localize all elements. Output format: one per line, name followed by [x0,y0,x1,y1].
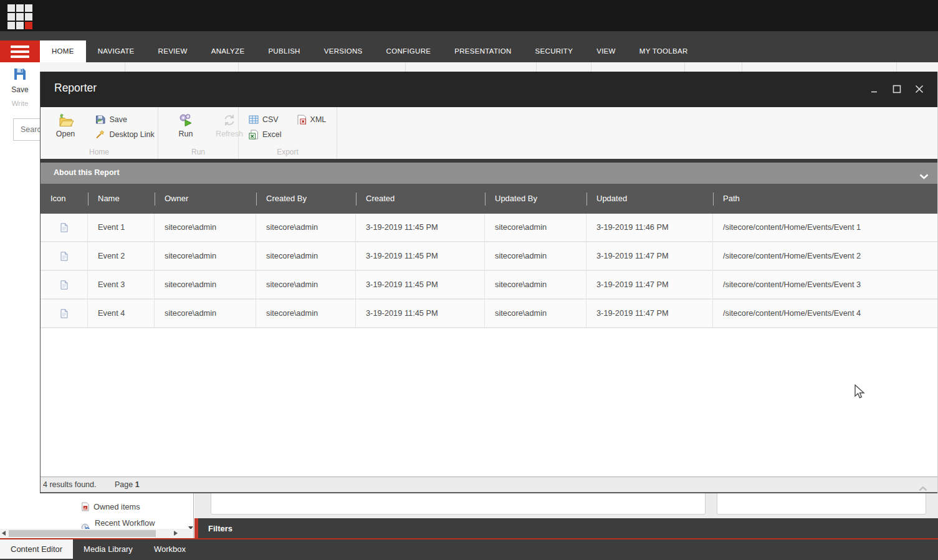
cell-created-by: sitecore\admin [256,242,356,270]
desktop-link-button[interactable]: Desktop Link [95,129,154,140]
left-ribbon-column: Save Write [0,62,40,493]
column-header-created-by: Created By [256,184,356,214]
scroll-left-arrow[interactable] [2,531,6,536]
run-button-label: Run [179,130,193,138]
table-row[interactable]: Event 4sitecore\adminsitecore\admin3-19-… [41,300,937,328]
export-xml-button[interactable]: XML [297,114,327,125]
document-icon [41,300,88,327]
screen: HOMENAVIGATEREVIEWANALYZEPUBLISHVERSIONS… [0,0,938,560]
hamburger-menu-button[interactable] [0,40,40,62]
about-this-report-bar[interactable]: About this Report [41,163,937,184]
column-header-owner: Owner [155,184,256,214]
table-row[interactable]: Event 3sitecore\adminsitecore\admin3-19-… [41,271,937,300]
cell-created-by: sitecore\admin [256,271,356,298]
export-csv-label: CSV [262,115,279,124]
cell-name: Event 2 [88,242,155,270]
cell-updated: 3-19-2019 11:47 PM [586,242,713,270]
toolbar-group-run-label: Run [158,148,238,156]
content-tree-panel: Owned items Recent Workflow History [0,493,194,539]
ribbon-tabs: HOMENAVIGATEREVIEWANALYZEPUBLISHVERSIONS… [40,40,700,62]
chevron-up-icon[interactable] [919,482,927,496]
save-icon [13,67,27,81]
open-button-label: Open [56,130,75,138]
ribbon-tab-presentation[interactable]: PRESENTATION [443,40,523,62]
horizontal-scrollbar[interactable] [0,529,193,538]
cell-name: Event 3 [88,271,155,298]
app-tab-workbox[interactable]: Workbox [143,539,196,559]
toolbar-group-run: Run Refresh Run [158,107,239,159]
window-controls [868,81,926,97]
document-icon [41,242,88,270]
page-label: Page [115,480,133,489]
cell-updated-by: sitecore\admin [485,300,586,327]
document-icon [41,214,88,241]
application-tab-bar: Content EditorMedia LibraryWorkbox [0,539,938,560]
export-csv-button[interactable]: CSV [249,114,282,125]
export-xml-label: XML [310,115,327,124]
table-row[interactable]: Event 2sitecore\adminsitecore\admin3-19-… [41,242,937,271]
close-button[interactable] [912,81,926,97]
save-button-label: Save [0,85,40,94]
export-excel-label: Excel [262,130,282,139]
cell-path: /sitecore/content/Home/Events/Event 2 [713,242,937,270]
column-header-updated-by: Updated By [485,184,586,214]
ribbon-tab-navigate[interactable]: NAVIGATE [86,40,146,62]
cell-path: /sitecore/content/Home/Events/Event 3 [713,271,937,298]
ribbon-tab-versions[interactable]: VERSIONS [312,40,375,62]
results-table: IconNameOwnerCreated ByCreatedUpdated By… [41,184,937,328]
cell-owner: sitecore\admin [155,214,256,241]
ribbon-tab-analyze[interactable]: ANALYZE [199,40,257,62]
minimize-button[interactable] [868,81,881,97]
refresh-icon [222,113,237,128]
chevron-down-icon[interactable] [919,171,929,182]
csv-icon [249,115,259,124]
toolbar-group-home: Open Save Desktop Link Home [41,107,158,159]
document-icon [41,271,88,298]
desktop-link-label: Desktop Link [109,130,154,139]
cell-updated-by: sitecore\admin [485,242,586,270]
maximize-button[interactable] [890,81,904,97]
ribbon-tab-security[interactable]: SECURITY [524,40,585,62]
filters-label: Filters [208,524,232,533]
scrollbar-thumb[interactable] [9,530,156,537]
owned-items-label: Owned items [93,502,140,511]
cell-owner: sitecore\admin [155,242,256,270]
sitecore-logo-icon[interactable] [7,4,32,29]
cell-created: 3-19-2019 11:45 PM [356,214,485,241]
table-row[interactable]: Event 1sitecore\adminsitecore\admin3-19-… [41,214,937,242]
ribbon-tab-view[interactable]: VIEW [585,40,628,62]
table-header-row: IconNameOwnerCreated ByCreatedUpdated By… [41,184,937,214]
ribbon-tab-my-toolbar[interactable]: MY TOOLBAR [628,40,700,62]
ribbon-content-strip [0,62,938,72]
ribbon-tab-configure[interactable]: CONFIGURE [375,40,443,62]
ribbon-tab-bar: HOMENAVIGATEREVIEWANALYZEPUBLISHVERSIONS… [0,31,938,62]
ribbon-tab-publish[interactable]: PUBLISH [256,40,312,62]
cell-name: Event 4 [88,300,155,327]
owned-items-icon [81,502,89,511]
about-this-report-label: About this Report [54,168,120,177]
cell-created-by: sitecore\admin [256,300,356,327]
scroll-right-arrow[interactable] [174,531,178,536]
app-tab-content-editor[interactable]: Content Editor [0,539,73,559]
column-header-name: Name [88,184,155,214]
cell-owner: sitecore\admin [155,271,256,298]
table-body: Event 1sitecore\adminsitecore\admin3-19-… [41,214,937,328]
app-tab-media-library[interactable]: Media Library [73,539,143,559]
export-excel-button[interactable]: Excel [249,129,282,140]
tree-item-owned-items[interactable]: Owned items [81,502,140,511]
dialog-status-bar: 4 results found. Page 1 [41,477,937,492]
toolbar-group-home-label: Home [41,148,158,156]
save-report-label: Save [109,115,127,124]
toolbar-empty-area [337,107,937,159]
open-button[interactable]: Open [52,113,79,138]
save-button[interactable]: Save [0,67,40,94]
background-field-box [211,493,706,515]
dialog-bottom-border [41,492,937,493]
run-icon [178,113,193,128]
background-field-box-2 [717,493,926,515]
dialog-title-bar: Reporter [41,72,937,107]
save-report-button[interactable]: Save [95,114,154,125]
ribbon-tab-home[interactable]: HOME [40,40,86,62]
ribbon-tab-review[interactable]: REVIEW [146,40,199,62]
filters-bar[interactable]: Filters [194,518,938,539]
